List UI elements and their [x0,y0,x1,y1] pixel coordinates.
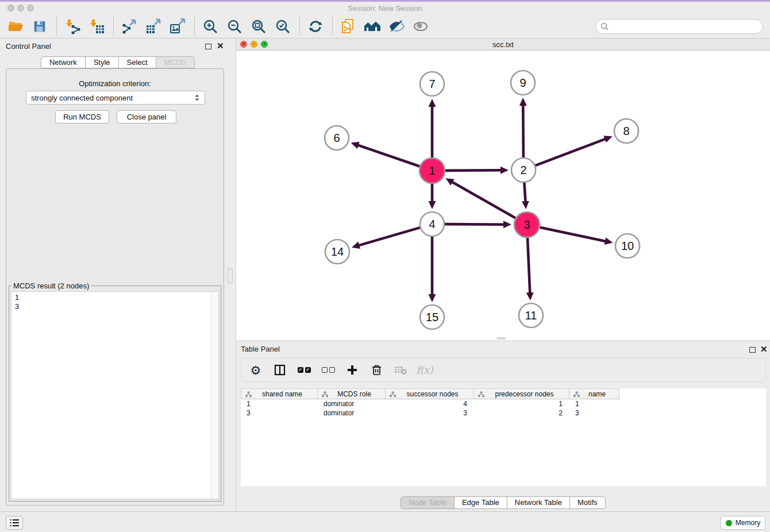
close-panel-button[interactable]: Close panel [117,110,176,124]
memory-button[interactable]: Memory [721,516,765,530]
table-cell[interactable]: dominator [318,408,386,418]
delete-table-icon[interactable] [393,363,408,377]
graph-node-7[interactable]: 7 [420,72,444,96]
show-panels-eye-icon[interactable] [412,17,429,36]
svg-text:2: 2 [520,164,526,176]
import-network-icon[interactable] [64,17,81,36]
tab-mcds[interactable]: MCDS [156,56,195,68]
search-input[interactable] [609,22,758,31]
zoom-in-icon[interactable] [202,17,219,36]
network-canvas[interactable]: 7968124314101511 [237,51,770,340]
clone-network-icon[interactable] [340,17,357,36]
select-chevrons-icon [194,94,200,102]
column-header-shared-name[interactable]: shared name [241,388,318,399]
table-cell[interactable]: 1 [241,399,318,408]
function-builder-icon[interactable]: f(x) [417,363,432,377]
horizontal-splitter-handle[interactable] [496,337,506,340]
float-table-panel-icon[interactable] [749,347,756,353]
table-cell[interactable]: 4 [386,399,474,408]
graph-edge-1-2[interactable] [445,170,501,171]
table-row[interactable]: 3dominator323 [241,408,766,418]
table-row[interactable]: 1dominator411 [241,399,766,408]
column-header-name[interactable]: name [569,388,619,399]
select-all-icon[interactable]: ✓✓ [297,363,311,377]
tab-network-table[interactable]: Network Table [507,496,570,509]
graph-edge-3-10[interactable] [540,228,606,241]
graph-node-4[interactable]: 4 [420,212,444,236]
graph-node-10[interactable]: 10 [615,234,640,258]
import-table-icon[interactable] [88,17,105,36]
column-selector-icon[interactable] [272,363,287,377]
tab-select[interactable]: Select [118,56,156,68]
tab-node-table[interactable]: Node Table [401,496,455,509]
table-cell[interactable]: dominator [318,399,386,408]
zoom-out-icon[interactable] [226,17,243,36]
network-graph[interactable]: 7968124314101511 [237,51,770,340]
zoom-fit-icon[interactable] [250,17,267,36]
graph-node-14[interactable]: 14 [325,240,349,264]
table-panel-title: Table Panel [241,345,280,353]
graph-node-1[interactable]: 1 [419,158,445,183]
close-table-panel-icon[interactable]: ✕ [760,344,768,354]
tab-edge-table[interactable]: Edge Table [454,496,507,509]
result-scrollbar[interactable] [211,292,218,499]
graph-edge-3-11[interactable] [528,238,530,293]
zoom-selected-icon[interactable] [274,17,291,36]
table-cell[interactable]: 1 [569,399,619,408]
show-networks-overview-icon[interactable] [364,17,381,36]
tab-motifs[interactable]: Motifs [569,496,606,509]
table-cell[interactable]: 2 [474,408,569,418]
graph-edge-2-9[interactable] [523,105,523,157]
graph-edge-2-3[interactable] [524,183,525,202]
graph-edge-4-14[interactable] [359,228,419,245]
graph-edge-4-3[interactable] [445,224,504,225]
graph-edge-1-6[interactable] [358,145,419,167]
task-history-button[interactable] [6,516,23,530]
open-file-icon[interactable] [7,17,24,36]
graph-edge-2-8[interactable] [536,139,606,165]
splitter-handle[interactable] [228,268,233,283]
refresh-layout-icon[interactable] [307,17,324,36]
graph-node-2[interactable]: 2 [511,158,536,182]
toolbar-separator [56,17,57,36]
vertical-splitter[interactable] [226,38,234,511]
hide-panels-icon[interactable] [388,17,405,36]
graph-node-15[interactable]: 15 [420,305,444,329]
column-header-successor-nodes[interactable]: successor nodes [386,388,474,399]
settings-gear-icon[interactable]: ⚙ [248,363,263,377]
graph-edge-3-1[interactable] [452,182,515,218]
table-cell[interactable]: 3 [569,408,619,418]
node-table-header: shared nameMCDS rolesuccessor nodesprede… [241,388,619,399]
toolbar-separator [299,17,300,36]
list-icon [9,518,20,527]
export-table-icon[interactable] [145,17,162,36]
node-table-rows: 1dominator4113dominator323 [241,399,766,418]
table-cell[interactable]: 3 [241,408,318,418]
table-cell[interactable]: 3 [386,408,474,418]
graph-node-11[interactable]: 11 [519,303,543,327]
graph-node-8[interactable]: 8 [614,119,638,143]
graph-node-9[interactable]: 9 [511,71,535,95]
graph-node-6[interactable]: 6 [325,126,349,150]
column-header-MCDS-role[interactable]: MCDS role [318,388,386,399]
main-toolbar [0,15,770,38]
tab-network[interactable]: Network [41,56,86,68]
run-mcds-button[interactable]: Run MCDS [55,110,109,124]
export-image-icon[interactable] [169,17,186,36]
add-column-icon[interactable] [345,363,360,377]
float-panel-icon[interactable] [205,44,211,49]
delete-column-trash-icon[interactable] [369,363,384,377]
network-window-titlebar: ✕ − + scc.txt [236,38,770,51]
toolbar-separator [194,17,195,36]
graph-node-3[interactable]: 3 [514,212,540,237]
close-panel-icon[interactable]: ✕ [217,41,224,51]
tab-style[interactable]: Style [85,56,119,68]
optimization-criterion-label: Optimization criterion: [6,79,224,88]
window-titlebar: Session: New Session [0,2,770,15]
deselect-all-icon[interactable] [321,363,336,377]
save-session-icon[interactable] [31,17,48,36]
criterion-select[interactable]: strongly connected component [26,91,205,105]
export-network-icon[interactable] [121,17,138,36]
table-cell[interactable]: 1 [474,399,569,408]
column-header-predecessor-nodes[interactable]: predecessor nodes [474,388,569,399]
